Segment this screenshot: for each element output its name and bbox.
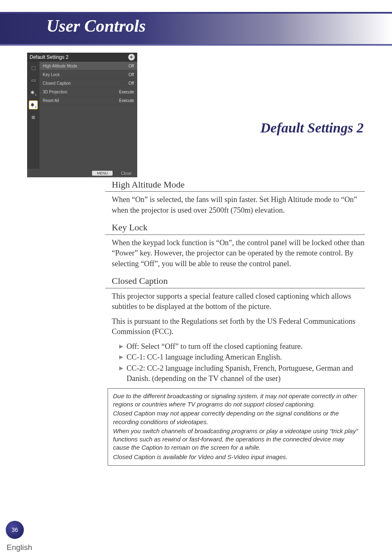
osd-menu-button[interactable]: MENU [92,171,113,176]
osd-close-button[interactable]: Close [121,171,131,176]
osd-row-value: Execute [119,98,134,103]
osd-footer: MENU Close [27,169,137,177]
note-line: Closed Caption is available for Video an… [113,453,360,461]
bullet-triangle-icon: ▶ [119,363,123,384]
language-label: English [7,543,32,552]
nav-arrows-icon[interactable]: ✥ [128,54,135,60]
bullet-text: CC-2: CC-2 language including Spanish, F… [127,363,365,384]
note-box: Due to the different broadcasting or sig… [108,388,365,466]
osd-sb-setup1-icon[interactable]: ✱1 [29,88,38,97]
header-band: User Controls [0,12,392,46]
list-item: ▶ CC-2: CC-2 language including Spanish,… [119,363,365,384]
content-column: High Altitude Mode When “On” is selected… [105,179,365,466]
note-line: When you switch channels of broadcasting… [113,427,360,452]
subhead-closed-caption: Closed Caption [105,275,365,288]
bullet-text: Off: Select “Off” to turn off the closed… [127,341,365,352]
cc-bullet-list: ▶ Off: Select “Off” to turn off the clos… [105,341,365,384]
list-item: ▶ Off: Select “Off” to turn off the clos… [119,341,365,352]
para-ham: When “On” is selected, the fans will spi… [105,195,365,216]
osd-menu: Default Settings 2 ✥ ⬚ ▭ ✱1 ✱2 ≣ High Al… [27,53,137,177]
osd-row-high-altitude[interactable]: High Altitude Mode Off [39,62,137,70]
osd-title: Default Settings 2 [30,54,69,60]
note-line: Closed Caption may not appear correctly … [113,409,360,426]
page-header-title: User Controls [46,16,146,36]
subhead-key-lock: Key Lock [105,221,365,234]
osd-row-value: Off [129,81,134,86]
osd-titlebar: Default Settings 2 ✥ [27,53,137,62]
osd-row-label: High Altitude Mode [43,64,77,68]
osd-row-value: Execute [119,90,134,94]
osd-row-label: 3D Projection [43,90,67,94]
osd-list: High Altitude Mode Off Key Lock Off Clos… [39,62,137,169]
bullet-triangle-icon: ▶ [119,352,123,363]
osd-row-label: Reset All [43,98,59,103]
osd-sidebar: ⬚ ▭ ✱1 ✱2 ≣ [27,62,39,169]
osd-row-label: Closed Caption [43,81,71,86]
osd-sb-image-icon[interactable]: ▭ [29,76,38,85]
osd-sb-info-icon[interactable]: ≣ [29,113,38,122]
bullet-triangle-icon: ▶ [119,341,123,352]
osd-row-value: Off [129,64,134,68]
osd-row-value: Off [129,72,134,77]
list-item: ▶ CC-1: CC-1 language including American… [119,352,365,363]
subhead-high-altitude: High Altitude Mode [105,179,365,192]
osd-row-reset-all[interactable]: Reset All Execute [39,96,137,105]
osd-row-closed-caption[interactable]: Closed Caption Off [39,79,137,88]
osd-row-3d-projection[interactable]: 3D Projection Execute [39,88,137,96]
bullet-text: CC-1: CC-1 language including American E… [127,352,365,363]
para-cc-1: This projector supports a special featur… [105,291,365,312]
osd-row-label: Key Lock [43,72,60,77]
osd-sb-display-icon[interactable]: ⬚ [29,63,38,72]
note-line: Due to the different broadcasting or sig… [113,392,360,409]
page-number-badge: 36 [6,521,24,539]
para-keylock: When the keypad lock function is “On”, t… [105,238,365,269]
section-title: Default Settings 2 [185,120,364,136]
osd-row-key-lock[interactable]: Key Lock Off [39,70,137,79]
osd-sb-setup2-icon[interactable]: ✱2 [29,100,38,109]
para-cc-2: This is pursuant to the Regulations set … [105,316,365,337]
